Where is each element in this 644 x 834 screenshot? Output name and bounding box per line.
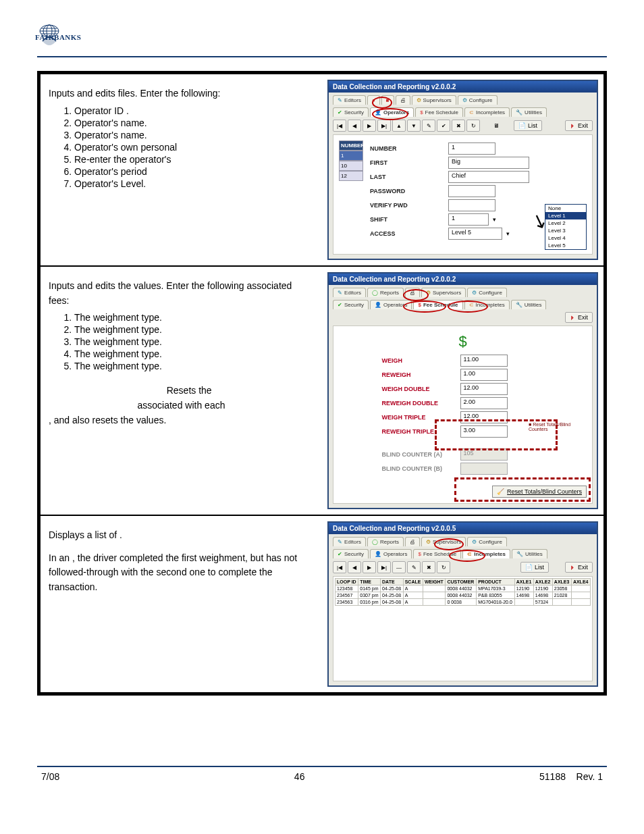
footer-rule (37, 766, 607, 767)
fld-first[interactable]: Big (448, 157, 529, 169)
tab-utilities[interactable]: 🔧Utilities (511, 300, 547, 309)
lbl-reweigh: REWEIGH (382, 371, 456, 378)
lbl-access: ACCESS (370, 230, 444, 237)
exit-button[interactable]: ⏵Exit (565, 312, 593, 323)
tab-editors[interactable]: ✎Editors (333, 95, 366, 105)
operators-list: Operator ID . Operator's name. Operator'… (49, 105, 314, 189)
reset-totals-button[interactable]: 🧹 Reset Totals/Blind Counters (492, 486, 587, 498)
exit-button[interactable]: ⏵Exit (565, 562, 593, 573)
tab-incompletes[interactable]: ⊂Incompletes (464, 107, 510, 117)
refresh-button[interactable]: ↻ (437, 561, 450, 573)
chevron-down-icon[interactable]: ▾ (506, 230, 510, 237)
highlight-circle-icon (449, 550, 485, 562)
nav-next-button[interactable]: ▶ (363, 561, 376, 573)
tab-editors[interactable]: ✎Editors (333, 537, 366, 546)
incompletes-description: Displays a list of . In an , the driver … (41, 516, 322, 692)
reset-icon: 🧹 (497, 488, 504, 495)
nav-prev-button[interactable]: ◀ (348, 120, 361, 132)
nav-prev-button[interactable]: ◀ (348, 561, 361, 573)
table-row[interactable]: 2345630316 pm04-25-08 A0 0038 MG704018-2… (336, 599, 591, 606)
list-button[interactable]: 📄List (514, 120, 542, 131)
tab-utilities[interactable]: 🔧Utilities (511, 107, 547, 117)
tab-icon-only[interactable]: 🖨 (405, 537, 420, 546)
lbl-shift: SHIFT (370, 216, 444, 223)
fld-reweigh-triple[interactable]: 3.00 (460, 425, 508, 438)
fld-weigh-double[interactable]: 12.00 (460, 383, 508, 395)
footer-doc: 51188 Rev. 1 (539, 771, 603, 782)
window-titlebar: Data Collection and Reporting v2.0.0.2 (329, 273, 597, 285)
highlight-circle-icon (403, 301, 446, 313)
operators-description: Inputs and edits files. Enter the follow… (41, 74, 322, 265)
lbl-verify: VERIFY PWD (370, 202, 444, 209)
tab-configure[interactable]: ⚙Configure (467, 537, 507, 546)
highlight-circle-icon (448, 301, 488, 313)
highlight-circle-icon (372, 97, 392, 109)
fld-access[interactable]: Level 5 (448, 228, 502, 240)
side-note: ■ Reset Totals/Blind Counters (529, 422, 589, 432)
number-list-column[interactable]: NUMBER 1 10 12 (339, 140, 363, 249)
table-row[interactable]: 1234580145 pm04-25-08 A0008 44032 MPA170… (336, 585, 591, 592)
table-row[interactable]: 2345670307 pm04-25-08 A0008 44032 P&B 83… (336, 592, 591, 599)
fld-password[interactable] (448, 185, 495, 197)
nav-first-button[interactable]: |◀ (333, 120, 346, 132)
operators-screenshot: Data Collection and Reporting v2.0.0.2 ✎… (327, 80, 598, 260)
edit-button[interactable]: ✎ (407, 561, 421, 573)
edit-button[interactable]: ✎ (422, 120, 435, 132)
fee-schedule-description: Inputs and edits the values. Enter the f… (41, 267, 322, 515)
tab-editors[interactable]: ✎Editors (333, 288, 366, 297)
content-frame: Inputs and edits files. Enter the follow… (37, 71, 607, 696)
nav-last-button[interactable]: ▶| (377, 561, 391, 573)
fee-list: The weighment type. The weighment type. … (49, 312, 314, 371)
footer-date: 7/08 (41, 771, 59, 782)
fee-schedule-screenshot: Data Collection and Reporting v2.0.0.2 ✎… (327, 272, 598, 509)
delete-button[interactable]: — (392, 561, 406, 573)
tab-utilities[interactable]: 🔧Utilities (512, 549, 547, 558)
fld-shift[interactable]: 1 (448, 213, 489, 226)
tab-operators[interactable]: 👤Operators (370, 549, 412, 558)
cancel-button[interactable]: ✖ (422, 561, 435, 573)
nav-last-button[interactable]: ▶| (377, 120, 391, 132)
lbl-last: LAST (370, 174, 444, 180)
logo-text: FAIRBANKS (35, 33, 81, 41)
fld-number[interactable]: 1 (448, 142, 495, 155)
chevron-down-icon[interactable]: ▾ (493, 216, 496, 223)
ok-button[interactable]: ✔ (437, 120, 450, 132)
fairbanks-logo-icon: FAIRBANKS (37, 24, 61, 49)
incompletes-grid[interactable]: LOOP IDTIMEDATE SCALEWEIGHTCUSTOMER PROD… (335, 578, 591, 606)
tab-supervisors[interactable]: ⚙Supervisors (412, 95, 456, 105)
tab-security[interactable]: ✔Security (333, 300, 369, 309)
lbl-reweigh-double: REWEIGH DOUBLE (382, 400, 456, 407)
fld-verify[interactable] (448, 199, 495, 211)
nav-next-button[interactable]: ▶ (363, 120, 376, 132)
pc-icon: 🖥 (493, 122, 500, 129)
window-titlebar: Data Collection and Reporting v2.0.0.5 (329, 523, 597, 534)
tab-configure[interactable]: ⚙Configure (458, 95, 498, 105)
nav-first-button[interactable]: |◀ (333, 561, 346, 573)
tab-security[interactable]: ✔Security (333, 549, 369, 558)
exit-button[interactable]: ⏵Exit (565, 120, 593, 131)
fld-blind-b (460, 463, 508, 475)
tab-reports[interactable]: ◯Reports (367, 288, 404, 297)
tab-icon-only[interactable]: 🖨 (396, 95, 410, 105)
tab-security[interactable]: ✔Security (333, 107, 369, 117)
fld-weigh-triple[interactable]: 12.00 (460, 411, 508, 423)
delete-button[interactable]: ▼ (407, 120, 421, 132)
list-button[interactable]: 📄List (520, 562, 549, 573)
tab-fee-schedule[interactable]: $Fee Schedule (415, 107, 463, 117)
cancel-button[interactable]: ✖ (452, 120, 465, 132)
fld-reweigh[interactable]: 1.00 (460, 369, 508, 381)
lbl-weigh-double: WEIGH DOUBLE (382, 386, 456, 392)
fld-last[interactable]: Chief (448, 171, 529, 183)
refresh-button[interactable]: ↻ (466, 120, 480, 132)
page-logo-row: FAIRBANKS (37, 24, 607, 49)
lbl-password: PASSWORD (370, 188, 444, 194)
fld-weigh[interactable]: 11.00 (460, 355, 508, 367)
lbl-blind-a: BLIND COUNTER (A) (382, 451, 456, 458)
lbl-reweigh-triple: REWEIGH TRIPLE (382, 428, 456, 435)
header-rule (37, 56, 607, 57)
access-dropdown[interactable]: None Level 1 Level 2 Level 3 Level 4 Lev… (545, 204, 587, 250)
add-button[interactable]: ▲ (392, 120, 406, 132)
tab-configure[interactable]: ⚙Configure (467, 288, 507, 297)
fld-reweigh-double[interactable]: 2.00 (460, 397, 508, 409)
tab-reports[interactable]: ◯Reports (367, 537, 404, 546)
